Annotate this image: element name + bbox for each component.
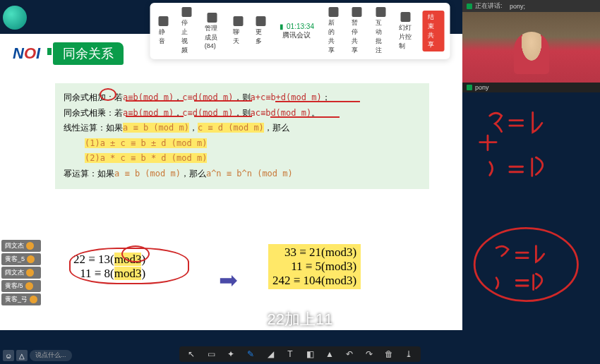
reactions-list: 阔文杰 黄客_5 阔文杰 黄客/5 黄客_弓 xyxy=(1,240,41,307)
noi-logo: NOI xyxy=(13,44,40,63)
slideshow-icon xyxy=(401,12,411,22)
emoji-button[interactable]: ☺ xyxy=(3,350,14,361)
more-button[interactable]: 更多 xyxy=(253,15,268,47)
webcam-panel: 正在讲话: pony; pony xyxy=(462,0,600,90)
camera-icon xyxy=(181,7,191,17)
new-share-button[interactable]: 新的共享 xyxy=(325,6,342,56)
meeting-toolbar: 静音 停止视频 管理成员(84) 聊天 更多 ▮01:13:34 腾讯会议 新的… xyxy=(150,3,450,59)
example-right: 33 ≡ 21(mod3) 11 ≡ 5(mod3) 242 ≡ 104(mod… xyxy=(268,244,361,289)
red-underline-annotation xyxy=(126,116,184,117)
content-box: 同余式相加：若a≡b(mod m)，c≡d(mod m)，则a+c≡b+d(mo… xyxy=(55,83,429,189)
mic-icon xyxy=(159,16,169,26)
undo-tool[interactable]: ↶ xyxy=(344,349,354,359)
triangle-button[interactable]: △ xyxy=(16,350,28,361)
red-underline-annotation xyxy=(270,116,340,118)
rule-linear-1: (1)a ± c ≡ b ± d (mod m) xyxy=(64,136,421,152)
live-caption: 22加上11 xyxy=(268,309,333,330)
example-row: 22 ≡ 13(mod3) xyxy=(73,253,145,267)
rule-addition: 同余式相加：若a≡b(mod m)，c≡d(mod m)，则a+c≡b+d(mo… xyxy=(64,90,421,106)
rule-power: 幂运算：如果a ≡ b (mod m)，那么a^n ≡ b^n (mod m) xyxy=(64,166,421,182)
corner-controls: ☺ △ 说点什么... xyxy=(3,350,72,361)
annotation-toolbar: ↖ ▭ ✦ ✎ ◢ T ◧ ▲ ↶ ↷ 🗑 ⤓ xyxy=(179,346,421,362)
emoji-icon xyxy=(27,255,35,263)
redo-tool[interactable]: ↷ xyxy=(364,349,374,359)
mic-icon xyxy=(467,85,472,90)
slide-area: NOI 同余关系 同余式相加：若a≡b(mod m)，c≡d(mod m)，则a… xyxy=(0,34,462,330)
rule-linear: 线性运算：如果a ≡ b (mod m)，c ≡ d (mod m)，那么 xyxy=(64,121,421,136)
example-row: 11 ≡ 5(mod3) xyxy=(272,260,356,274)
emoji-icon xyxy=(26,242,34,250)
end-share-button[interactable]: 结束共享 xyxy=(422,11,444,51)
pen-tool[interactable]: ✎ xyxy=(246,349,256,359)
emoji-icon xyxy=(25,282,33,290)
highlighter-tool[interactable]: ◢ xyxy=(265,349,275,359)
shape-tool[interactable]: ▲ xyxy=(325,349,335,359)
mute-button[interactable]: 静音 xyxy=(156,15,172,47)
bg-planet xyxy=(3,6,27,30)
reaction-item: 阔文杰 xyxy=(1,267,41,279)
webcam-feed[interactable] xyxy=(462,12,600,83)
rule-linear-2: (2)a * c ≡ b * d (mod m) xyxy=(64,151,421,166)
dots-icon xyxy=(256,16,265,26)
save-tool[interactable]: ⤓ xyxy=(404,349,414,359)
slideshow-button[interactable]: 幻灯片控制 xyxy=(396,11,415,52)
example-left: 22 ≡ 13(mod3) 11 ≡ 8(mod3) xyxy=(73,253,145,281)
annotate-icon xyxy=(376,7,385,17)
arrow-icon: ➡ xyxy=(219,267,238,293)
reaction-item: 阔文杰 xyxy=(1,240,41,252)
emoji-icon xyxy=(30,296,37,303)
speaking-status: 正在讲话: pony; xyxy=(462,0,600,12)
reaction-item: 黄客/5 xyxy=(1,280,41,292)
red-underline-annotation xyxy=(194,100,252,102)
presenter-name-bar: pony xyxy=(462,83,600,92)
speaking-mic-icon xyxy=(467,4,472,9)
red-underline-annotation xyxy=(275,101,360,102)
annotate-button[interactable]: 互动批注 xyxy=(373,6,389,56)
chat-icon xyxy=(233,16,243,26)
handwriting-area xyxy=(466,106,593,317)
example-row: 242 ≡ 104(mod3) xyxy=(272,274,356,288)
star-tool[interactable]: ✦ xyxy=(226,349,236,359)
rule-multiply: 同余式相乘：若a≡b(mod m)，c≡d(mod m)，则ac≡bd(mod … xyxy=(64,106,421,121)
emoji-icon xyxy=(26,269,34,277)
pointer-tool[interactable]: ↖ xyxy=(186,349,196,359)
chat-input[interactable]: 说点什么... xyxy=(30,350,72,361)
svg-point-0 xyxy=(474,228,577,301)
members-button[interactable]: 管理成员(84) xyxy=(202,11,223,51)
clear-tool[interactable]: 🗑 xyxy=(384,349,394,359)
pause-share-button[interactable]: 暂停共享 xyxy=(349,6,365,56)
presenter-figure xyxy=(514,32,549,74)
eraser-tool[interactable]: ◧ xyxy=(305,349,315,359)
example-row: 33 ≡ 21(mod3) xyxy=(272,245,356,260)
reaction-item: 黄客_5 xyxy=(1,253,41,265)
meeting-time: ▮01:13:34 xyxy=(280,23,314,30)
share-icon xyxy=(329,7,339,17)
members-icon xyxy=(208,13,217,23)
stop-video-button[interactable]: 停止视频 xyxy=(179,6,195,56)
slide-title: 同余关系 xyxy=(53,42,124,65)
text-tool[interactable]: T xyxy=(285,349,295,359)
pause-icon xyxy=(352,7,362,17)
app-name: 腾讯会议 xyxy=(282,30,311,40)
red-underline-annotation xyxy=(194,116,252,117)
reaction-item: 黄客_弓 xyxy=(1,293,41,305)
select-tool[interactable]: ▭ xyxy=(206,349,216,359)
red-underline-annotation xyxy=(126,100,184,102)
example-row: 11 ≡ 8(mod3) xyxy=(73,267,145,281)
chat-button[interactable]: 聊天 xyxy=(230,15,246,47)
